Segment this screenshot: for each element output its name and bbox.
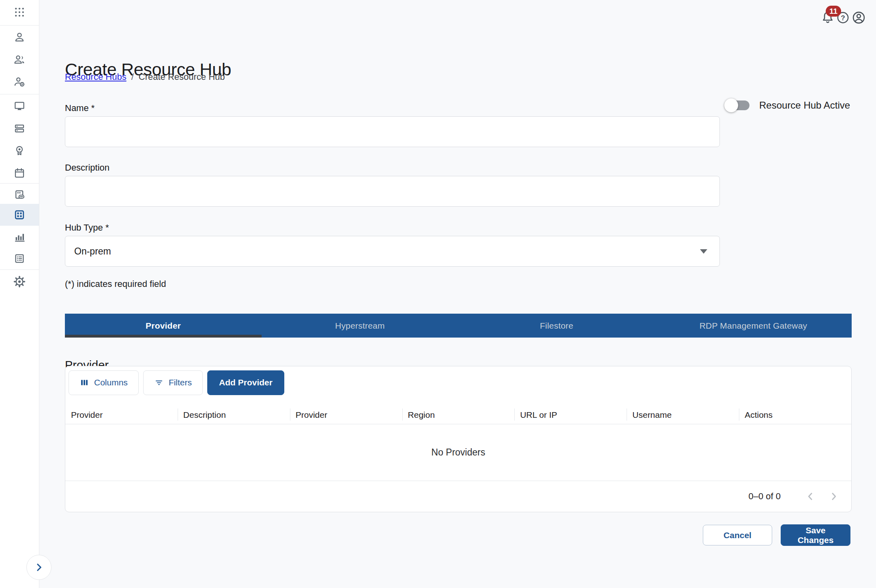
columns-button[interactable]: Columns [69, 370, 139, 395]
provider-panel: Columns Filters Add Provider Provider De… [65, 366, 852, 512]
pagination-range-label: 0–0 of 0 [748, 491, 781, 502]
sidebar-divider [0, 269, 39, 270]
account-icon [852, 11, 866, 25]
breadcrumb-current: Create Resource Hub [139, 72, 225, 82]
tab-hyperstream[interactable]: Hyperstream [262, 314, 458, 338]
toggle-label: Resource Hub Active [759, 100, 850, 111]
gear-icon [13, 275, 26, 288]
hub-type-value: On-prem [74, 246, 111, 257]
table-header-row: Provider Description Provider Region URL… [65, 406, 851, 424]
list-card-icon [13, 252, 26, 265]
breadcrumb: Resource Hubs / Create Resource Hub [65, 72, 225, 82]
badge-icon [13, 145, 26, 157]
columns-icon [79, 378, 89, 387]
pagination-prev-button[interactable] [803, 489, 818, 504]
chevron-right-icon [33, 561, 45, 573]
calendar-icon [13, 167, 26, 179]
pagination-next-button[interactable] [826, 489, 842, 504]
sidebar-item-desktops[interactable] [0, 95, 39, 117]
name-input[interactable] [65, 116, 720, 147]
filters-button[interactable]: Filters [143, 370, 203, 395]
sidebar-item-schedule[interactable] [0, 162, 39, 184]
column-header-url-or-ip[interactable]: URL or IP [514, 406, 627, 424]
sidebar-item-linked-resources[interactable] [0, 184, 39, 206]
chevron-right-icon [828, 490, 840, 502]
column-header-region[interactable]: Region [402, 406, 515, 424]
hub-tabs: Provider Hyperstream Filestore RDP Manag… [65, 314, 852, 338]
save-changes-button[interactable]: Save Changes [781, 524, 850, 546]
breadcrumb-link-resource-hubs[interactable]: Resource Hubs [65, 72, 127, 82]
column-header-provider[interactable]: Provider [65, 406, 178, 424]
monitor-icon [13, 100, 26, 112]
apps-grid-icon [13, 6, 26, 18]
description-label: Description [65, 163, 110, 173]
grid-view-icon [13, 209, 26, 221]
sidebar-item-apps[interactable] [0, 1, 39, 23]
tab-provider[interactable]: Provider [65, 314, 262, 338]
filter-icon [154, 378, 164, 387]
column-header-actions[interactable]: Actions [739, 406, 851, 424]
linked-card-icon [13, 189, 26, 201]
people-icon [13, 53, 26, 66]
table-toolbar: Columns Filters Add Provider [69, 370, 284, 395]
chevron-down-icon [700, 249, 707, 254]
sidebar-item-settings[interactable] [0, 271, 39, 293]
server-icon [13, 122, 26, 135]
tab-filestore[interactable]: Filestore [458, 314, 655, 338]
resource-hub-active-toggle[interactable]: Resource Hub Active [724, 100, 850, 111]
sidebar-divider [0, 94, 39, 94]
required-field-note: (*) indicates required field [65, 279, 166, 289]
table-empty-state: No Providers [65, 424, 851, 481]
sidebar-item-certificates[interactable] [0, 140, 39, 162]
name-label: Name * [65, 103, 94, 113]
sidebar-item-resource-hubs[interactable] [0, 204, 39, 226]
bar-chart-icon [13, 231, 26, 243]
person-icon [13, 31, 26, 43]
sidebar [0, 0, 39, 588]
description-input[interactable] [65, 176, 720, 207]
account-button[interactable] [852, 11, 866, 25]
breadcrumb-separator: / [131, 72, 134, 82]
sidebar-item-servers[interactable] [0, 118, 39, 139]
sidebar-item-user-roles[interactable] [0, 71, 39, 93]
table-pagination: 0–0 of 0 [65, 481, 851, 512]
filters-button-label: Filters [169, 378, 192, 387]
column-header-provider-2[interactable]: Provider [290, 406, 402, 424]
hub-type-select[interactable]: On-prem [65, 236, 720, 267]
cancel-button[interactable]: Cancel [703, 525, 772, 545]
sidebar-item-logs[interactable] [0, 248, 39, 269]
hub-type-label: Hub Type * [65, 222, 109, 233]
add-provider-button[interactable]: Add Provider [207, 370, 284, 395]
person-gear-icon [13, 76, 26, 88]
sidebar-divider [0, 25, 39, 26]
svg-text:?: ? [841, 14, 845, 22]
toggle-thumb [724, 98, 738, 112]
sidebar-item-users[interactable] [0, 49, 39, 71]
toggle-track [727, 100, 749, 110]
chevron-left-icon [804, 490, 816, 502]
sidebar-item-user[interactable] [0, 26, 39, 48]
column-header-description[interactable]: Description [178, 406, 290, 424]
sidebar-divider [0, 183, 39, 184]
columns-button-label: Columns [94, 378, 128, 387]
tab-rdp-management-gateway[interactable]: RDP Management Gateway [655, 314, 852, 338]
sidebar-item-reports[interactable] [0, 226, 39, 248]
column-header-username[interactable]: Username [627, 406, 739, 424]
sidebar-expand-button[interactable] [26, 555, 52, 580]
notification-badge: 11 [826, 6, 841, 17]
